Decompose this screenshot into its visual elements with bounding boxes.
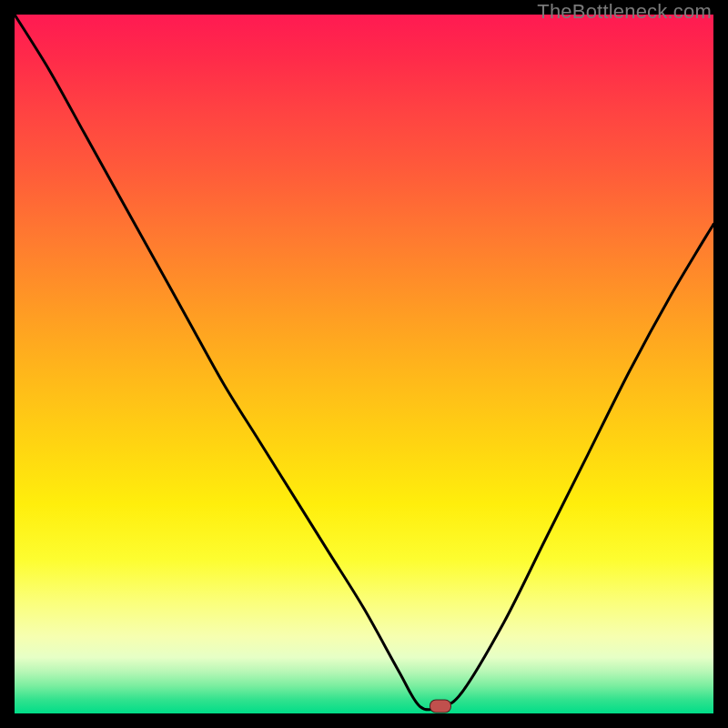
watermark-text: TheBottleneck.com bbox=[537, 0, 712, 24]
chart-frame: TheBottleneck.com bbox=[0, 0, 728, 728]
optimal-marker bbox=[430, 700, 451, 713]
bottleneck-curve bbox=[15, 15, 713, 713]
